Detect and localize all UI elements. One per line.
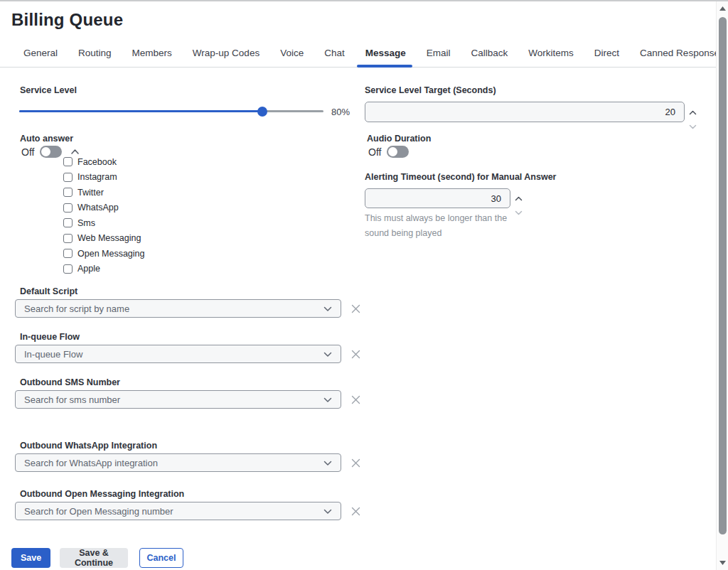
outbound-open-messaging-dropdown[interactable]: Search for Open Messaging number [15,502,341,520]
scrollbar-thumb[interactable] [719,17,727,534]
outbound-whatsapp-placeholder: Search for WhatsApp integration [24,458,323,468]
chevron-up-icon[interactable] [70,149,80,155]
facebook-label: Facebook [77,157,117,167]
tab-canned-responses[interactable]: Canned Responses [640,48,724,67]
outbound-sms-label: Outbound SMS Number [20,377,120,387]
channel-row-sms[interactable]: Sms [63,218,145,227]
tab-chat[interactable]: Chat [324,48,345,67]
save-and-continue-button[interactable]: Save & Continue [60,548,128,568]
audio-duration-label: Audio Duration [367,134,431,144]
default-script-clear-icon[interactable] [350,303,361,314]
spinner-up-icon[interactable] [515,191,523,204]
whatsapp-checkbox[interactable] [63,203,73,213]
instagram-checkbox[interactable] [63,173,73,182]
service-level-target-label: Service Level Target (Seconds) [365,85,496,95]
web-messaging-checkbox[interactable] [63,234,73,243]
sms-label: Sms [77,218,95,228]
scroll-down-icon[interactable] [717,557,728,569]
outbound-open-messaging-label: Outbound Open Messaging Integration [20,489,184,499]
whatsapp-label: WhatsApp [77,203,119,213]
outbound-whatsapp-dropdown[interactable]: Search for WhatsApp integration [15,453,341,472]
in-queue-flow-placeholder: In-queue Flow [24,349,323,360]
default-script-dropdown[interactable]: Search for script by name [15,299,341,318]
save-button[interactable]: Save [11,548,50,568]
tab-voice[interactable]: Voice [280,48,304,67]
tab-callback[interactable]: Callback [471,48,508,67]
channel-row-whatsapp[interactable]: WhatsApp [63,203,145,213]
service-level-target-value: 20 [665,107,675,117]
outbound-sms-placeholder: Search for sms number [24,394,323,405]
service-level-target-input[interactable]: 20 [365,102,685,122]
chevron-down-icon [323,505,332,517]
service-level-target-spinner [689,105,697,132]
spinner-down-icon[interactable] [689,119,697,132]
spinner-up-icon[interactable] [689,105,697,118]
outbound-open-messaging-clear-icon[interactable] [350,505,361,517]
channel-checkbox-list: Facebook Instagram Twitter WhatsApp Sms … [63,157,145,279]
auto-answer-toggle-row: Off [21,146,80,158]
channel-row-twitter[interactable]: Twitter [63,188,145,197]
queue-settings-page: Billing Queue General Routing Members Wr… [0,1,716,570]
alerting-timeout-value: 30 [491,193,501,204]
chevron-down-icon [323,456,332,469]
apple-label: Apple [77,264,100,274]
channel-row-facebook[interactable]: Facebook [63,157,145,166]
vertical-scrollbar[interactable] [716,1,728,570]
channel-row-web-messaging[interactable]: Web Messaging [63,234,145,243]
tab-direct[interactable]: Direct [594,48,619,67]
tab-routing[interactable]: Routing [78,48,112,67]
in-queue-flow-dropdown[interactable]: In-queue Flow [15,345,341,363]
tab-bar: General Routing Members Wrap-up Codes Vo… [0,47,716,68]
instagram-label: Instagram [77,172,117,182]
service-level-label: Service Level [20,85,77,95]
auto-answer-toggle[interactable] [40,146,62,158]
audio-duration-toggle[interactable] [387,146,409,158]
alerting-timeout-hint: This must always be longer than the soun… [365,211,532,241]
tab-members[interactable]: Members [132,48,172,67]
facebook-checkbox[interactable] [63,157,73,166]
tab-wrap-up-codes[interactable]: Wrap-up Codes [193,48,259,67]
twitter-checkbox[interactable] [63,188,73,197]
sms-checkbox[interactable] [63,218,73,227]
scroll-up-icon[interactable] [717,3,728,14]
tab-workitems[interactable]: Workitems [528,48,574,67]
in-queue-flow-label: In-queue Flow [20,332,80,342]
open-messaging-label: Open Messaging [77,249,145,259]
apple-checkbox[interactable] [63,264,73,274]
outbound-whatsapp-clear-icon[interactable] [350,457,361,468]
outbound-sms-clear-icon[interactable] [350,394,361,405]
chevron-down-icon [323,348,332,360]
cancel-button[interactable]: Cancel [139,548,183,568]
open-messaging-checkbox[interactable] [63,249,73,258]
outbound-whatsapp-label: Outbound WhatsApp Integration [20,441,157,451]
tab-email[interactable]: Email [427,48,451,67]
twitter-label: Twitter [77,188,104,198]
audio-duration-state: Off [368,146,381,158]
channel-row-instagram[interactable]: Instagram [63,173,145,182]
channel-row-apple[interactable]: Apple [63,264,145,274]
audio-duration-toggle-row: Off [368,146,409,158]
web-messaging-label: Web Messaging [77,233,141,243]
auto-answer-label: Auto answer [20,134,73,144]
service-level-slider[interactable] [19,110,323,112]
page-title: Billing Queue [11,10,123,30]
in-queue-flow-clear-icon[interactable] [350,348,361,360]
service-level-value: 80% [331,107,350,117]
chevron-down-icon [323,393,332,406]
toggle-knob [388,147,397,156]
auto-answer-state: Off [21,146,34,158]
outbound-open-messaging-placeholder: Search for Open Messaging number [24,506,323,517]
slider-fill [19,110,262,112]
chevron-down-icon [323,302,332,315]
default-script-placeholder: Search for script by name [24,303,323,314]
channel-row-open-messaging[interactable]: Open Messaging [63,249,145,258]
tab-general[interactable]: General [23,48,58,67]
toggle-knob [41,147,50,156]
outbound-sms-dropdown[interactable]: Search for sms number [15,390,341,409]
tab-message[interactable]: Message [365,48,406,67]
alerting-timeout-label: Alerting Timeout (second) for Manual Ans… [365,172,556,182]
default-script-label: Default Script [20,286,77,296]
slider-thumb[interactable] [257,107,267,117]
alerting-timeout-input[interactable]: 30 [365,188,510,208]
